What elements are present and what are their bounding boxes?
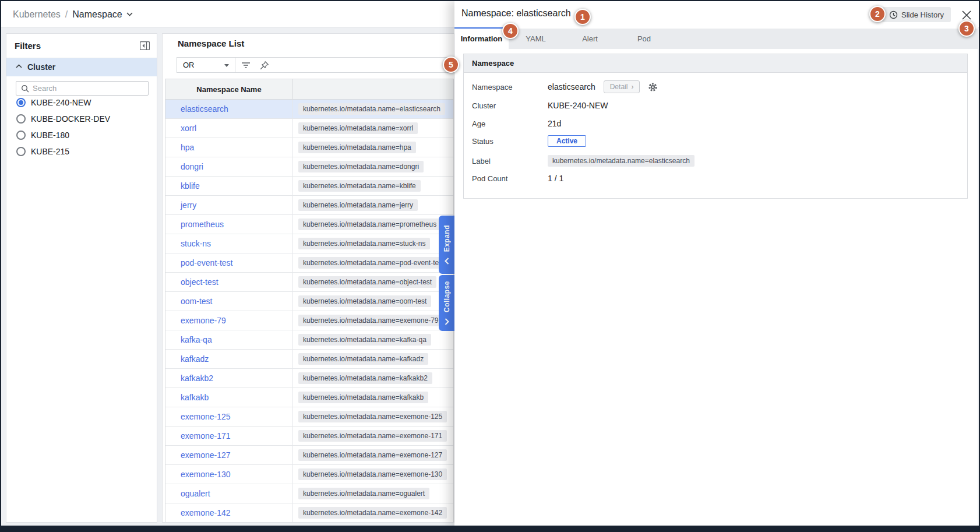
field-row-cluster: Cluster KUBE-240-NEW [464,98,967,112]
breadcrumb-namespace-menu[interactable]: Namespace [72,9,132,20]
namespace-link[interactable]: ogualert [181,489,210,498]
table-row[interactable]: kafka-qa kubernetes.io/metadata.name=kaf… [165,330,453,350]
label-chip: kubernetes.io/metadata.name=jerry [298,199,418,211]
table-row[interactable]: ogualert kubernetes.io/metadata.name=ogu… [165,484,453,503]
namespace-link[interactable]: exemone-142 [181,508,231,517]
label-chip: kubernetes.io/metadata.name=exemone-142 [298,507,447,519]
table-header-row: Namespace Name [165,79,453,100]
filter-icon[interactable] [241,61,251,70]
pin-icon[interactable] [259,61,269,71]
namespace-link[interactable]: elasticsearch [181,104,228,114]
collapse-sidebar-icon[interactable] [140,41,150,50]
namespace-link[interactable]: dongri [181,162,203,171]
radio-icon [16,131,26,140]
chevron-down-icon [126,12,133,16]
callout-4: 4 [502,23,519,39]
table-row[interactable]: exemone-79 kubernetes.io/metadata.name=e… [165,311,453,330]
radio-icon [16,114,26,124]
namespace-link[interactable]: exemone-125 [181,412,231,421]
namespace-link[interactable]: jerry [181,200,196,210]
namespace-link[interactable]: xorrl [181,124,196,133]
table-row[interactable]: dongri kubernetes.io/metadata.name=dongr… [165,157,453,177]
label-chip: kubernetes.io/metadata.name=stuck-ns [298,238,430,249]
namespace-link[interactable]: object-test [181,277,218,287]
panel-title: Namespace: elasticsearch [461,8,571,19]
namespace-link[interactable]: kblife [181,181,200,191]
table-row[interactable]: kblife kubernetes.io/metadata.name=kblif… [165,177,453,196]
table-row[interactable]: object-test kubernetes.io/metadata.name=… [165,273,453,292]
tab-alert[interactable]: Alert [563,29,617,49]
tab-pod[interactable]: Pod [617,29,671,49]
namespace-link[interactable]: exemone-127 [181,450,231,460]
table-row[interactable]: exemone-127 kubernetes.io/metadata.name=… [165,446,453,465]
namespace-link[interactable]: exemone-130 [181,470,231,479]
table-row[interactable]: hpa kubernetes.io/metadata.name=hpa [165,138,453,157]
table-row[interactable]: kafkadz kubernetes.io/metadata.name=kafk… [165,350,453,369]
label-chip: kubernetes.io/metadata.name=hpa [298,142,416,153]
close-icon[interactable] [961,10,972,20]
label-chip: kubernetes.io/metadata.name=exemone-171 [298,430,447,442]
table-row[interactable]: xorrl kubernetes.io/metadata.name=xorrl [165,119,453,138]
section-header: Namespace [464,54,967,73]
namespace-list-title: Namespace List [178,38,244,48]
caret-down-icon [224,64,229,67]
expand-button[interactable]: Expand [439,216,454,274]
detail-button[interactable]: Detail › [604,80,640,93]
table-row[interactable]: kafkakb2 kubernetes.io/metadata.name=kaf… [165,369,453,388]
cluster-radio-label: KUBE-240-NEW [31,98,91,107]
namespace-link[interactable]: hpa [181,143,194,152]
namespace-link[interactable]: kafka-qa [181,335,212,344]
table-row[interactable]: pod-event-test kubernetes.io/metadata.na… [165,253,453,273]
label-chip: kubernetes.io/metadata.name=dongri [298,161,424,172]
namespace-link[interactable]: stuck-ns [181,239,211,248]
namespace-link[interactable]: exemone-79 [181,316,226,325]
namespace-link[interactable]: prometheus [181,220,224,229]
column-header-namespace-name[interactable]: Namespace Name [165,79,293,99]
radio-icon [16,98,26,107]
namespace-link[interactable]: kafkakb [181,393,209,402]
namespace-section-card: Namespace Namespace elasticsearch Detail… [463,54,968,199]
cluster-radio-kube-docker-dev[interactable]: KUBE-DOCKER-DEV [6,112,157,126]
label-chip: kubernetes.io/metadata.name=kafkakb [298,392,428,403]
field-row-label: Label kubernetes.io/metadata.name=elasti… [464,154,967,168]
breadcrumb-kubernetes[interactable]: Kubernetes [13,9,61,20]
table-row[interactable]: elasticsearch kubernetes.io/metadata.nam… [165,100,453,119]
search-input[interactable] [33,82,146,95]
namespace-link[interactable]: pod-event-test [181,258,233,267]
expand-label: Expand [443,225,451,252]
table-row[interactable]: prometheus kubernetes.io/metadata.name=p… [165,215,453,234]
gear-icon[interactable] [648,82,658,92]
slide-history-button[interactable]: Slide History [882,7,951,22]
label-chip: kubernetes.io/metadata.name=kblife [298,180,421,192]
breadcrumb-separator: / [65,9,68,20]
label-chip: kubernetes.io/metadata.name=exemone-125 [298,411,447,422]
cluster-radio-kube-215[interactable]: KUBE-215 [6,145,157,158]
logic-operator-select[interactable]: OR [177,58,235,72]
breadcrumb: Kubernetes / Namespace [13,1,133,27]
detail-button-label: Detail [610,83,628,91]
table-row[interactable]: kafkakb kubernetes.io/metadata.name=kafk… [165,388,453,407]
cluster-radio-kube-240-new[interactable]: KUBE-240-NEW [6,96,157,110]
namespace-link[interactable]: kafkakb2 [181,374,213,383]
table-row[interactable]: exemone-125 kubernetes.io/metadata.name=… [165,407,453,427]
cluster-radio-kube-180[interactable]: KUBE-180 [6,128,157,142]
field-label: Pod Count [472,174,507,183]
field-label: Namespace [472,83,512,91]
breadcrumb-current-label: Namespace [72,9,122,20]
namespace-link[interactable]: kafkadz [181,354,209,364]
label-chip: kubernetes.io/metadata.name=kafkadz [298,353,428,365]
table-row[interactable]: stuck-ns kubernetes.io/metadata.name=stu… [165,234,453,253]
namespace-link[interactable]: exemone-171 [181,431,231,441]
cluster-section-header[interactable]: Cluster [6,58,157,76]
namespace-link[interactable]: oom-test [181,297,212,306]
table-row[interactable]: exemone-130 kubernetes.io/metadata.name=… [165,465,453,484]
table-row[interactable]: oom-test kubernetes.io/metadata.name=oom… [165,292,453,311]
table-body: elasticsearch kubernetes.io/metadata.nam… [165,100,453,523]
tab-information[interactable]: Information [454,29,509,49]
label-chip: kubernetes.io/metadata.name=kafka-qa [298,334,431,346]
table-row[interactable]: jerry kubernetes.io/metadata.name=jerry [165,196,453,215]
app-stage: Kubernetes / Namespace Filters Cluster [1,1,979,526]
table-row[interactable]: exemone-171 kubernetes.io/metadata.name=… [165,427,453,446]
collapse-button[interactable]: Collapse [439,275,454,331]
table-row[interactable]: exemone-142 kubernetes.io/metadata.name=… [165,503,453,523]
